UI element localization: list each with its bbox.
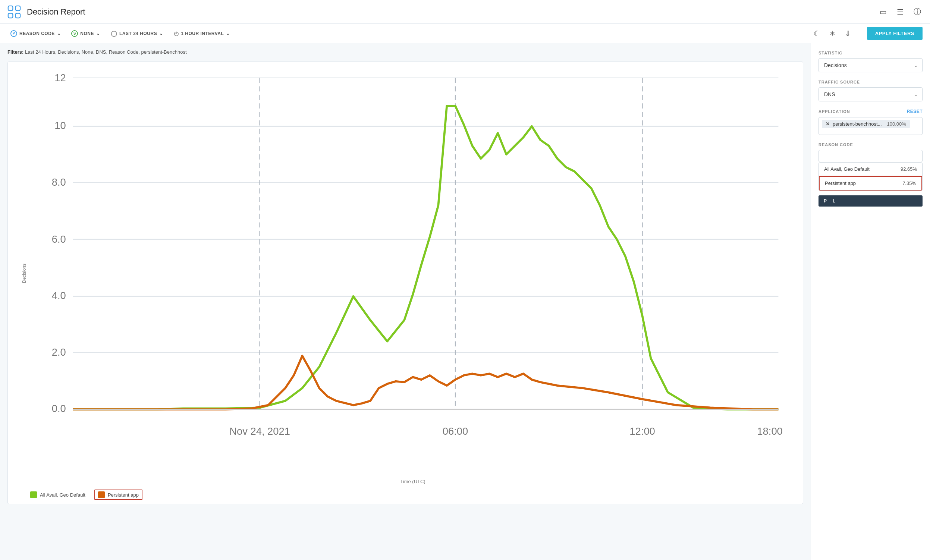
last24-filter[interactable]: ◯ LAST 24 HOURS ⌄ bbox=[108, 29, 166, 38]
legend-swatch-2 bbox=[98, 491, 105, 498]
legend-swatch-1 bbox=[30, 491, 37, 498]
app-tag-pct: 100.00% bbox=[887, 121, 906, 127]
header-icons: ▭ ☰ ⓘ bbox=[878, 7, 922, 17]
sidebar-application-section: APPLICATION RESET ✕ persistent-benchhost… bbox=[819, 109, 922, 135]
traffic-select[interactable]: DNS bbox=[819, 87, 922, 102]
svg-text:12: 12 bbox=[54, 72, 66, 83]
svg-text:06:00: 06:00 bbox=[443, 425, 468, 437]
legend-item-2: Persistent app bbox=[94, 489, 142, 500]
help-icon[interactable]: ⓘ bbox=[912, 7, 922, 17]
svg-text:Nov 24, 2021: Nov 24, 2021 bbox=[229, 425, 290, 437]
main-layout: Filters: Last 24 Hours, Decisions, None,… bbox=[0, 43, 930, 560]
reason-item-1-label: All Avail, Geo Default bbox=[824, 166, 870, 172]
interval-filter[interactable]: ◴ 1 HOUR INTERVAL ⌄ bbox=[171, 29, 233, 38]
sidebar-statistic-section: STATISTIC Decisions ⌄ bbox=[819, 51, 922, 72]
reason-item-2[interactable]: Persistent app 7.35% bbox=[819, 176, 922, 191]
app-tag-list: ✕ persistent-benchhost... 100.00% bbox=[819, 117, 922, 135]
clock-icon: ◯ bbox=[111, 30, 117, 37]
application-reset-button[interactable]: RESET bbox=[907, 109, 922, 114]
svg-text:6.0: 6.0 bbox=[52, 233, 66, 245]
reason-code-input[interactable] bbox=[819, 150, 922, 162]
x-axis-label: Time (UTC) bbox=[30, 479, 795, 484]
bottom-bar-p: P bbox=[824, 198, 827, 203]
download-icon[interactable]: ⇓ bbox=[842, 28, 853, 40]
filter-bar: P REASON CODE ⌄ S NONE ⌄ ◯ LAST 24 HOURS… bbox=[0, 24, 930, 43]
app-logo bbox=[8, 5, 21, 18]
legend: All Avail, Geo Default Persistent app bbox=[12, 489, 795, 500]
chart-svg: 0.0 2.0 4.0 6.0 8.0 10 12 bbox=[30, 69, 795, 477]
chart-area: Filters: Last 24 Hours, Decisions, None,… bbox=[0, 43, 811, 560]
svg-text:18:00: 18:00 bbox=[757, 425, 782, 437]
none-filter[interactable]: S NONE ⌄ bbox=[68, 29, 103, 38]
traffic-label: TRAFFIC SOURCE bbox=[819, 80, 922, 84]
application-label: APPLICATION bbox=[819, 109, 850, 114]
app-tag-name: persistent-benchhost... bbox=[833, 121, 882, 127]
app-tag-remove-button[interactable]: ✕ bbox=[825, 121, 830, 127]
chart-wrap: Decisions 0.0 2.0 bbox=[12, 69, 795, 484]
divider bbox=[860, 28, 860, 39]
bookmark-icon[interactable]: ▭ bbox=[878, 7, 888, 17]
chart-inner: Decisions 0.0 2.0 bbox=[30, 69, 795, 484]
application-header: APPLICATION RESET bbox=[819, 109, 922, 114]
app-header: Decision Report ▭ ☰ ⓘ bbox=[0, 0, 930, 24]
legend-item-1: All Avail, Geo Default bbox=[30, 491, 85, 498]
svg-rect-1 bbox=[15, 6, 20, 11]
chart-svg-container: Decisions 0.0 2.0 bbox=[30, 69, 795, 477]
statistic-select[interactable]: Decisions bbox=[819, 58, 922, 72]
chart-container: Decisions 0.0 2.0 bbox=[8, 62, 803, 504]
reason-code-label: REASON CODE bbox=[819, 142, 922, 147]
app-tag: ✕ persistent-benchhost... 100.00% bbox=[822, 120, 910, 128]
bottom-bar-wrapper: P L bbox=[819, 195, 922, 206]
reason-code-filter[interactable]: P REASON CODE ⌄ bbox=[8, 29, 64, 38]
svg-text:4.0: 4.0 bbox=[52, 290, 66, 301]
sidebar-traffic-section: TRAFFIC SOURCE DNS ⌄ bbox=[819, 80, 922, 102]
y-axis-label: Decisions bbox=[22, 264, 27, 283]
none-icon: S bbox=[71, 30, 78, 37]
svg-rect-2 bbox=[8, 13, 13, 18]
statistic-label: STATISTIC bbox=[819, 51, 922, 55]
svg-text:2.0: 2.0 bbox=[52, 346, 66, 358]
sidebar: STATISTIC Decisions ⌄ TRAFFIC SOURCE DNS… bbox=[811, 43, 930, 560]
timer-icon: ◴ bbox=[174, 30, 179, 37]
svg-rect-3 bbox=[15, 13, 20, 18]
svg-text:10: 10 bbox=[54, 120, 66, 131]
reason-item-1-pct: 92.65% bbox=[901, 166, 917, 172]
moon-icon[interactable]: ☾ bbox=[811, 28, 822, 40]
share-icon[interactable]: ✶ bbox=[827, 28, 838, 40]
reason-code-icon: P bbox=[11, 30, 17, 37]
bottom-bar: P L bbox=[819, 195, 922, 206]
list-icon[interactable]: ☰ bbox=[895, 7, 905, 17]
page-title: Decision Report bbox=[27, 7, 878, 17]
reason-item-2-label: Persistent app bbox=[825, 180, 856, 186]
reason-item-2-pct: 7.35% bbox=[902, 180, 916, 186]
traffic-select-wrapper: DNS ⌄ bbox=[819, 87, 922, 102]
apply-filters-button[interactable]: APPLY FILTERS bbox=[867, 27, 922, 40]
statistic-select-wrapper: Decisions ⌄ bbox=[819, 58, 922, 72]
reason-item-1[interactable]: All Avail, Geo Default 92.65% bbox=[819, 163, 922, 176]
svg-text:8.0: 8.0 bbox=[52, 176, 66, 188]
filters-text: Filters: Last 24 Hours, Decisions, None,… bbox=[8, 49, 803, 55]
svg-text:12:00: 12:00 bbox=[630, 425, 655, 437]
bottom-bar-l: L bbox=[833, 198, 835, 203]
reason-list: All Avail, Geo Default 92.65% Persistent… bbox=[819, 162, 922, 191]
svg-rect-0 bbox=[8, 6, 13, 11]
svg-text:0.0: 0.0 bbox=[52, 403, 66, 414]
sidebar-reason-code-section: REASON CODE All Avail, Geo Default 92.65… bbox=[819, 142, 922, 191]
